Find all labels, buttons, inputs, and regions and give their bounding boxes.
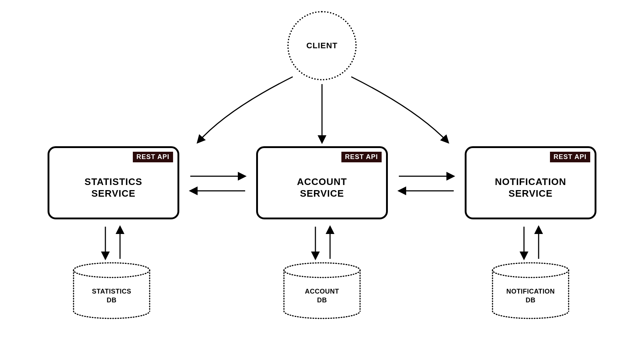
db-account: ACCOUNT DB <box>282 261 362 320</box>
svg-point-0 <box>74 263 150 277</box>
arrow-client-to-notification <box>351 77 448 143</box>
svg-point-1 <box>284 263 360 277</box>
db-notification: NOTIFICATION DB <box>490 261 571 320</box>
client-node: CLIENT <box>287 11 357 80</box>
service-title: ACCOUNT SERVICE <box>258 176 386 199</box>
architecture-diagram: CLIENT REST API STATISTICS SERVICE REST … <box>0 0 644 340</box>
db-label: NOTIFICATION DB <box>490 287 571 305</box>
db-label: STATISTICS DB <box>71 287 152 305</box>
client-label: CLIENT <box>306 41 337 50</box>
service-account: REST API ACCOUNT SERVICE <box>256 146 388 219</box>
rest-api-badge: REST API <box>341 152 382 162</box>
db-label: ACCOUNT DB <box>282 287 362 305</box>
rest-api-badge: REST API <box>550 152 590 162</box>
service-title: NOTIFICATION SERVICE <box>467 176 595 199</box>
svg-point-2 <box>493 263 569 277</box>
service-statistics: REST API STATISTICS SERVICE <box>48 146 179 219</box>
service-title: STATISTICS SERVICE <box>49 176 177 199</box>
rest-api-badge: REST API <box>133 152 173 162</box>
db-statistics: STATISTICS DB <box>71 261 152 320</box>
service-notification: REST API NOTIFICATION SERVICE <box>465 146 596 219</box>
arrow-client-to-statistics <box>198 77 293 143</box>
